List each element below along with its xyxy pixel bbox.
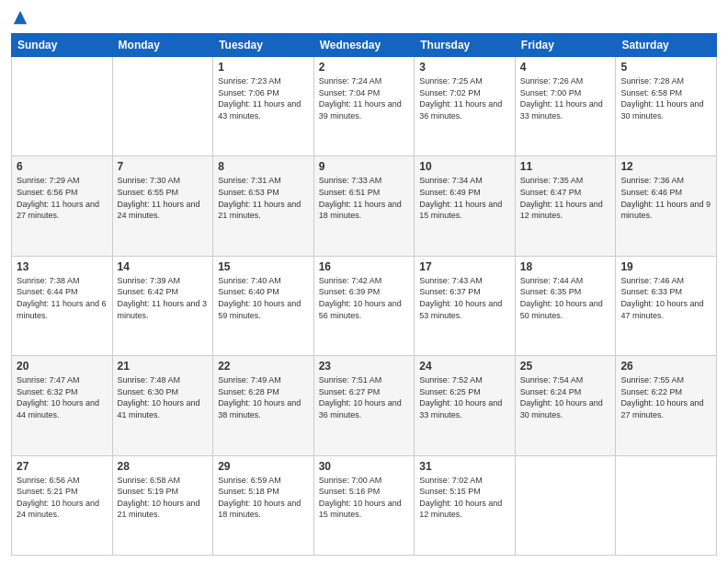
day-info: Sunrise: 7:49 AMSunset: 6:28 PMDaylight:… xyxy=(218,374,309,420)
calendar-cell: 29Sunrise: 6:59 AMSunset: 5:18 PMDayligh… xyxy=(213,455,314,555)
day-number: 12 xyxy=(620,160,711,173)
calendar-cell: 27Sunrise: 6:56 AMSunset: 5:21 PMDayligh… xyxy=(12,455,113,555)
day-number: 8 xyxy=(218,160,309,173)
calendar-cell: 1Sunrise: 7:23 AMSunset: 7:06 PMDaylight… xyxy=(213,57,314,156)
day-number: 3 xyxy=(419,61,510,74)
day-number: 11 xyxy=(520,160,611,173)
calendar-cell: 26Sunrise: 7:55 AMSunset: 6:22 PMDayligh… xyxy=(616,356,717,455)
day-info: Sunrise: 7:47 AMSunset: 6:32 PMDaylight:… xyxy=(17,374,108,420)
day-info: Sunrise: 7:24 AMSunset: 7:04 PMDaylight:… xyxy=(319,75,410,121)
day-number: 9 xyxy=(319,160,410,173)
calendar-cell: 24Sunrise: 7:52 AMSunset: 6:25 PMDayligh… xyxy=(415,356,516,455)
day-header-thursday: Thursday xyxy=(415,34,516,57)
page-container: SundayMondayTuesdayWednesdayThursdayFrid… xyxy=(0,0,728,563)
day-number: 15 xyxy=(218,260,309,273)
day-number: 28 xyxy=(118,460,209,473)
day-info: Sunrise: 7:35 AMSunset: 6:47 PMDaylight:… xyxy=(520,175,611,221)
day-number: 18 xyxy=(520,260,611,273)
calendar-cell: 6Sunrise: 7:29 AMSunset: 6:56 PMDaylight… xyxy=(12,156,113,256)
calendar-cell: 17Sunrise: 7:43 AMSunset: 6:37 PMDayligh… xyxy=(415,256,516,355)
day-number: 1 xyxy=(218,61,309,74)
day-number: 4 xyxy=(520,61,611,74)
calendar-cell: 31Sunrise: 7:02 AMSunset: 5:15 PMDayligh… xyxy=(415,455,516,555)
day-info: Sunrise: 7:25 AMSunset: 7:02 PMDaylight:… xyxy=(419,75,510,121)
day-header-friday: Friday xyxy=(515,34,616,57)
day-info: Sunrise: 7:33 AMSunset: 6:51 PMDaylight:… xyxy=(319,175,410,221)
day-number: 22 xyxy=(218,360,309,373)
day-header-monday: Monday xyxy=(112,34,213,57)
day-info: Sunrise: 7:44 AMSunset: 6:35 PMDaylight:… xyxy=(520,275,611,321)
logo-icon xyxy=(12,9,28,26)
day-info: Sunrise: 7:43 AMSunset: 6:37 PMDaylight:… xyxy=(419,275,510,321)
logo xyxy=(11,9,29,26)
day-number: 19 xyxy=(620,260,711,273)
calendar-cell: 12Sunrise: 7:36 AMSunset: 6:46 PMDayligh… xyxy=(616,156,717,256)
day-info: Sunrise: 7:52 AMSunset: 6:25 PMDaylight:… xyxy=(419,374,510,420)
day-number: 13 xyxy=(17,260,108,273)
days-header-row: SundayMondayTuesdayWednesdayThursdayFrid… xyxy=(12,34,717,57)
calendar-cell xyxy=(112,57,213,156)
day-number: 16 xyxy=(319,260,410,273)
week-row-3: 13Sunrise: 7:38 AMSunset: 6:44 PMDayligh… xyxy=(12,256,717,355)
calendar-cell: 8Sunrise: 7:31 AMSunset: 6:53 PMDaylight… xyxy=(213,156,314,256)
day-info: Sunrise: 7:30 AMSunset: 6:55 PMDaylight:… xyxy=(118,175,209,221)
day-header-tuesday: Tuesday xyxy=(213,34,314,57)
day-number: 25 xyxy=(520,360,611,373)
calendar-cell: 14Sunrise: 7:39 AMSunset: 6:42 PMDayligh… xyxy=(112,256,213,355)
day-info: Sunrise: 7:36 AMSunset: 6:46 PMDaylight:… xyxy=(620,175,711,221)
calendar-cell: 7Sunrise: 7:30 AMSunset: 6:55 PMDaylight… xyxy=(112,156,213,256)
day-info: Sunrise: 6:59 AMSunset: 5:18 PMDaylight:… xyxy=(218,475,309,521)
day-number: 14 xyxy=(118,260,209,273)
day-info: Sunrise: 7:42 AMSunset: 6:39 PMDaylight:… xyxy=(319,275,410,321)
day-number: 27 xyxy=(17,460,108,473)
day-info: Sunrise: 7:23 AMSunset: 7:06 PMDaylight:… xyxy=(218,75,309,121)
week-row-1: 1Sunrise: 7:23 AMSunset: 7:06 PMDaylight… xyxy=(12,57,717,156)
day-number: 31 xyxy=(419,460,510,473)
day-info: Sunrise: 7:55 AMSunset: 6:22 PMDaylight:… xyxy=(620,374,711,420)
calendar-cell: 16Sunrise: 7:42 AMSunset: 6:39 PMDayligh… xyxy=(313,256,415,355)
calendar-cell: 23Sunrise: 7:51 AMSunset: 6:27 PMDayligh… xyxy=(313,356,415,455)
day-number: 24 xyxy=(419,360,510,373)
day-info: Sunrise: 7:51 AMSunset: 6:27 PMDaylight:… xyxy=(319,374,410,420)
calendar-cell: 3Sunrise: 7:25 AMSunset: 7:02 PMDaylight… xyxy=(415,57,516,156)
calendar-cell: 28Sunrise: 6:58 AMSunset: 5:19 PMDayligh… xyxy=(112,455,213,555)
day-number: 29 xyxy=(218,460,309,473)
day-info: Sunrise: 7:48 AMSunset: 6:30 PMDaylight:… xyxy=(118,374,209,420)
day-info: Sunrise: 7:34 AMSunset: 6:49 PMDaylight:… xyxy=(419,175,510,221)
calendar-cell: 18Sunrise: 7:44 AMSunset: 6:35 PMDayligh… xyxy=(515,256,616,355)
day-info: Sunrise: 7:28 AMSunset: 6:58 PMDaylight:… xyxy=(620,75,711,121)
day-header-sunday: Sunday xyxy=(12,34,113,57)
calendar-cell: 22Sunrise: 7:49 AMSunset: 6:28 PMDayligh… xyxy=(213,356,314,455)
day-number: 21 xyxy=(118,360,209,373)
week-row-4: 20Sunrise: 7:47 AMSunset: 6:32 PMDayligh… xyxy=(12,356,717,455)
svg-marker-0 xyxy=(14,11,27,24)
day-number: 23 xyxy=(319,360,410,373)
day-info: Sunrise: 7:29 AMSunset: 6:56 PMDaylight:… xyxy=(17,175,108,221)
day-number: 30 xyxy=(319,460,410,473)
day-info: Sunrise: 7:46 AMSunset: 6:33 PMDaylight:… xyxy=(620,275,711,321)
calendar-cell: 15Sunrise: 7:40 AMSunset: 6:40 PMDayligh… xyxy=(213,256,314,355)
calendar-cell: 19Sunrise: 7:46 AMSunset: 6:33 PMDayligh… xyxy=(616,256,717,355)
day-info: Sunrise: 6:56 AMSunset: 5:21 PMDaylight:… xyxy=(17,475,108,521)
day-number: 26 xyxy=(620,360,711,373)
day-info: Sunrise: 6:58 AMSunset: 5:19 PMDaylight:… xyxy=(118,475,209,521)
calendar-cell: 2Sunrise: 7:24 AMSunset: 7:04 PMDaylight… xyxy=(313,57,415,156)
calendar-cell: 5Sunrise: 7:28 AMSunset: 6:58 PMDaylight… xyxy=(616,57,717,156)
calendar-cell: 13Sunrise: 7:38 AMSunset: 6:44 PMDayligh… xyxy=(12,256,113,355)
calendar-table: SundayMondayTuesdayWednesdayThursdayFrid… xyxy=(11,33,717,556)
calendar-cell: 21Sunrise: 7:48 AMSunset: 6:30 PMDayligh… xyxy=(112,356,213,455)
day-info: Sunrise: 7:54 AMSunset: 6:24 PMDaylight:… xyxy=(520,374,611,420)
day-info: Sunrise: 7:40 AMSunset: 6:40 PMDaylight:… xyxy=(218,275,309,321)
day-info: Sunrise: 7:38 AMSunset: 6:44 PMDaylight:… xyxy=(17,275,108,321)
day-number: 20 xyxy=(17,360,108,373)
calendar-cell xyxy=(616,455,717,555)
calendar-cell: 30Sunrise: 7:00 AMSunset: 5:16 PMDayligh… xyxy=(313,455,415,555)
calendar-cell xyxy=(515,455,616,555)
day-info: Sunrise: 7:39 AMSunset: 6:42 PMDaylight:… xyxy=(118,275,209,321)
day-number: 2 xyxy=(319,61,410,74)
calendar-cell: 9Sunrise: 7:33 AMSunset: 6:51 PMDaylight… xyxy=(313,156,415,256)
week-row-2: 6Sunrise: 7:29 AMSunset: 6:56 PMDaylight… xyxy=(12,156,717,256)
calendar-cell xyxy=(12,57,113,156)
day-info: Sunrise: 7:31 AMSunset: 6:53 PMDaylight:… xyxy=(218,175,309,221)
calendar-cell: 20Sunrise: 7:47 AMSunset: 6:32 PMDayligh… xyxy=(12,356,113,455)
